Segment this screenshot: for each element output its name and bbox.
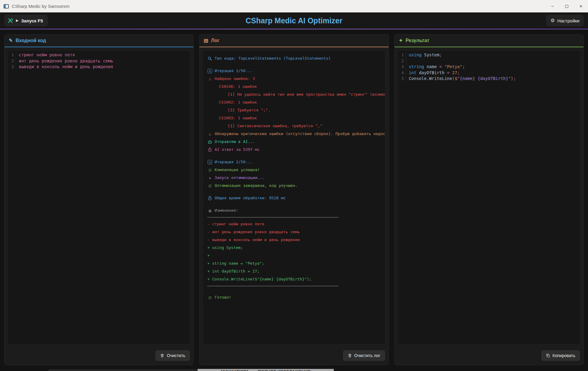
log-line: ↻Итерация 1/50... bbox=[203, 67, 385, 75]
close-icon[interactable]: × bbox=[574, 0, 588, 12]
run-button[interactable]: ▶ Запуск F5 bbox=[4, 15, 48, 26]
log-text: + string name = "Petya"; bbox=[207, 260, 264, 267]
check-icon: ☑ bbox=[207, 184, 212, 188]
code-token: "Petya" bbox=[445, 64, 462, 69]
tools-icon bbox=[7, 18, 13, 24]
clipboard-icon: ▤ bbox=[207, 209, 212, 213]
log-text: Итерация 2/50... bbox=[215, 158, 252, 166]
warning-icon: ⚠ bbox=[207, 77, 212, 81]
log-text: Изменения: bbox=[215, 207, 238, 214]
settings-button[interactable]: ⚙ Настройки bbox=[546, 15, 584, 26]
log-text: Общее время обработки: 9528 мс bbox=[215, 194, 286, 202]
line-number: 2 bbox=[8, 58, 16, 64]
log-spacer bbox=[203, 289, 385, 293]
log-panel-footer: Очистить лог bbox=[199, 347, 388, 365]
toolbar: ▶ Запуск F5 CSharp Medic AI Optimizer ⚙ … bbox=[0, 12, 588, 29]
line-number: 3 bbox=[398, 64, 406, 70]
check-icon: ☑ bbox=[207, 295, 212, 300]
copy-icon bbox=[546, 353, 550, 358]
code-text: инт день рождения ровно двадцать семь bbox=[16, 58, 113, 64]
log-spacer bbox=[203, 62, 385, 67]
log-line: ✦Запуск оптимизации... bbox=[203, 174, 385, 182]
main-content: ✎ Входной код 1стринг нейм ровно петя2ин… bbox=[0, 29, 588, 371]
code-token: Console.WriteLine bbox=[409, 76, 452, 81]
log-line: Общее время обработки: 9528 мс bbox=[203, 194, 385, 202]
line-number: 3 bbox=[8, 64, 16, 70]
code-token: = bbox=[445, 70, 452, 75]
log-line: ☑Оптимизация завершена, код улучшен. bbox=[203, 182, 385, 190]
window-controls: − × bbox=[545, 0, 588, 12]
log-text: CS0246: 1 ошибок bbox=[219, 83, 257, 91]
log-panel-title: Лог bbox=[211, 38, 219, 43]
code-token: = bbox=[437, 64, 444, 69]
code-text: using System; bbox=[406, 52, 442, 58]
line-number: 5 bbox=[398, 76, 406, 82]
code-token: {name} bbox=[460, 76, 475, 81]
input-panel: ✎ Входной код 1стринг нейм ровно петя2ин… bbox=[4, 34, 194, 365]
background-window-strip bbox=[48, 369, 198, 371]
trash-icon bbox=[348, 353, 352, 358]
log-text: Оптимизация завершена, код улучшен. bbox=[215, 182, 297, 190]
window-titlebar: CSharp Medic by Samsonnn − × bbox=[0, 0, 588, 12]
run-label: Запуск F5 bbox=[21, 18, 43, 23]
log-line: ↻Итерация 2/50... bbox=[203, 158, 385, 166]
input-code-editor[interactable]: 1стринг нейм ровно петя2инт день рождени… bbox=[8, 51, 190, 344]
viewer-tab-thumbnail[interactable]: МИНИАТЮРА bbox=[221, 369, 249, 371]
minimize-icon[interactable]: − bbox=[545, 0, 560, 12]
robot-icon bbox=[207, 140, 212, 144]
result-panel-footer: Копировать bbox=[395, 347, 583, 365]
line-number: 2 bbox=[398, 58, 406, 64]
log-line: + int dayOfBirth = 27; bbox=[203, 267, 385, 275]
log-text: + int dayOfBirth = 27; bbox=[207, 267, 259, 275]
input-panel-title: Входной код bbox=[15, 38, 46, 43]
log-text: CS1002: 1 ошибок bbox=[219, 98, 257, 106]
code-text: стринг нейм ровно петя bbox=[16, 52, 75, 58]
log-text: + using System; bbox=[207, 244, 243, 252]
gear-icon: ⚙ bbox=[550, 18, 555, 23]
stopwatch-icon bbox=[207, 147, 212, 152]
stopwatch-icon bbox=[207, 196, 212, 200]
maximize-box-glyph bbox=[565, 5, 568, 8]
check-icon: ☑ bbox=[207, 168, 212, 172]
clear-input-button[interactable]: Очистить bbox=[156, 350, 190, 361]
result-panel-title: Результат bbox=[406, 38, 429, 43]
log-text: [1] Синтаксическая ошибка, требуется "," bbox=[228, 122, 322, 130]
log-line: ▤Изменения: bbox=[203, 207, 385, 214]
line-number: 1 bbox=[8, 52, 16, 58]
log-text: Компиляция успешна! bbox=[215, 166, 260, 174]
clear-log-button[interactable]: Очистить лог bbox=[343, 350, 385, 361]
code-line: 5Console.WriteLine($"{name} {dayOfBirth}… bbox=[398, 76, 580, 82]
code-text: string name = "Petya"; bbox=[406, 64, 465, 70]
log-line: - стринг нейм ровно петя bbox=[203, 220, 385, 228]
log-text: Итерация 1/50... bbox=[215, 67, 252, 75]
log-line: - выведи в консоль нейм и день рождения bbox=[203, 236, 385, 244]
log-text: [1] Не удалось найти тип или имя простра… bbox=[228, 91, 385, 98]
log-text: Отправляю в AI... bbox=[215, 138, 255, 146]
code-token: 27 bbox=[452, 70, 457, 75]
search-icon bbox=[207, 56, 212, 61]
log-line: ⚠Найдено ошибок: 3 bbox=[203, 75, 385, 83]
copy-button[interactable]: Копировать bbox=[541, 350, 580, 361]
clear-input-label: Очистить bbox=[167, 353, 185, 358]
maximize-icon[interactable] bbox=[560, 0, 574, 12]
trash-icon bbox=[160, 353, 164, 358]
log-line: CS1002: 1 ошибок bbox=[203, 98, 385, 106]
code-line: 3string name = "Petya"; bbox=[398, 64, 580, 70]
code-token: ); bbox=[511, 76, 516, 81]
log-spacer bbox=[203, 154, 385, 158]
code-token: ; bbox=[462, 64, 465, 69]
code-token: System bbox=[422, 52, 439, 57]
code-token: " bbox=[508, 76, 511, 81]
log-line: + Console.WriteLine($"{name} {dayOfBirth… bbox=[203, 275, 385, 283]
line-number: 1 bbox=[398, 52, 406, 58]
result-panel: ✦ Результат 1using System;23string name … bbox=[394, 34, 584, 365]
viewer-tab-full-image[interactable]: ПОЛНОЕ ИЗОБРАЖЕНИЕ bbox=[258, 369, 310, 371]
log-text: + bbox=[207, 252, 210, 260]
code-text bbox=[406, 58, 409, 64]
log-text: CS1003: 1 ошибок bbox=[219, 114, 257, 122]
log-divider bbox=[207, 286, 338, 286]
code-token: using bbox=[409, 52, 422, 57]
log-panel-header: ▤ Лог bbox=[199, 35, 388, 47]
code-token: $" bbox=[455, 76, 460, 81]
log-text: - выведи в консоль нейм и день рождения bbox=[207, 236, 300, 244]
